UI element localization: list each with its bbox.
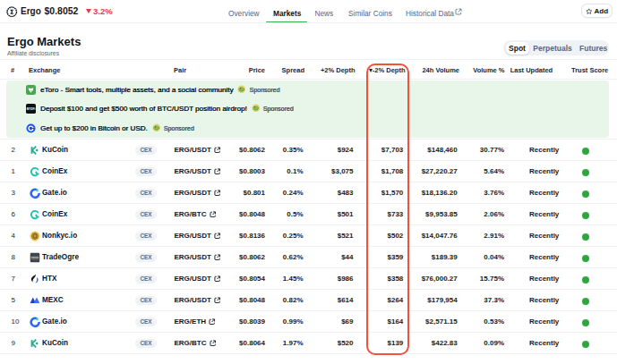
svg-text:BYDFi: BYDFi (27, 107, 36, 111)
